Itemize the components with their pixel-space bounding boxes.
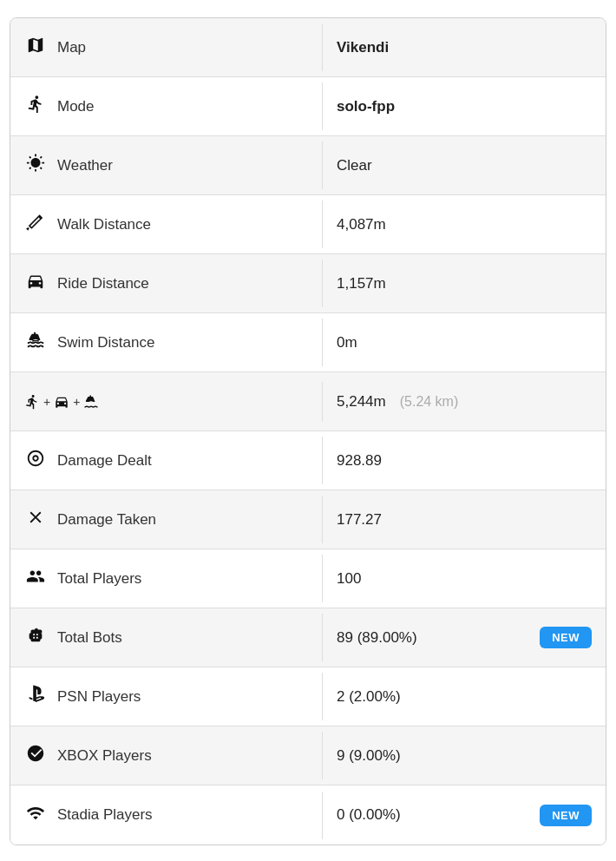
row-damage-dealt: Damage Dealt 928.89: [10, 431, 606, 490]
plus-sign-2: +: [73, 395, 80, 409]
label-total-players: Total Players: [10, 555, 323, 602]
xbox-icon: [24, 744, 47, 767]
value-total-players: 100: [323, 558, 606, 600]
label-total-players-text: Total Players: [57, 570, 141, 588]
row-swim-distance: Swim Distance 0m: [10, 313, 606, 372]
label-damage-dealt: Damage Dealt: [10, 437, 323, 484]
row-psn-players: PSN Players 2 (2.00%): [10, 667, 606, 726]
value-psn-players: 2 (2.00%): [323, 676, 606, 718]
row-walk-distance: Walk Distance 4,087m: [10, 195, 606, 254]
label-map-text: Map: [57, 39, 86, 56]
car-icon: [24, 272, 47, 295]
value-swim-distance: 0m: [323, 322, 606, 364]
label-damage-taken: Damage Taken: [10, 496, 323, 543]
map-icon: [24, 36, 47, 59]
label-swim-distance: Swim Distance: [10, 319, 323, 366]
swim-small-icon: [83, 394, 99, 410]
value-weather: Clear: [323, 145, 606, 187]
label-walk-distance-text: Walk Distance: [57, 216, 151, 233]
label-swim-distance-text: Swim Distance: [57, 334, 154, 352]
label-weather: Weather: [10, 141, 323, 189]
combined-icon: + +: [24, 394, 99, 410]
value-walk-distance: 4,087m: [323, 204, 606, 246]
new-badge-stadia: NEW: [540, 805, 592, 826]
label-damage-dealt-text: Damage Dealt: [57, 452, 152, 470]
stats-table: Map Vikendi Mode solo-fpp Weat: [10, 17, 606, 845]
row-xbox-players: XBOX Players 9 (9.00%): [10, 726, 606, 785]
label-ride-distance-text: Ride Distance: [57, 275, 149, 292]
row-stadia-players: Stadia Players 0 (0.00%) NEW: [10, 785, 606, 845]
damage-taken-icon: [24, 508, 47, 531]
row-total-players: Total Players 100: [10, 549, 606, 608]
mode-icon: [24, 95, 47, 118]
weather-icon: [24, 154, 47, 177]
row-damage-taken: Damage Taken 177.27: [10, 490, 606, 549]
label-map: Map: [10, 23, 323, 71]
row-ride-distance: Ride Distance 1,157m: [10, 254, 606, 313]
value-damage-dealt: 928.89: [323, 440, 606, 482]
label-psn-players-text: PSN Players: [57, 688, 141, 706]
row-weather: Weather Clear: [10, 136, 606, 195]
row-total-distance: + + 5,244m (5.24 km): [10, 372, 606, 431]
ruler-icon: [24, 213, 47, 236]
label-total-bots: Total Bots: [10, 614, 323, 661]
value-total-distance: 5,244m (5.24 km): [323, 381, 606, 423]
label-total-distance: + +: [10, 382, 323, 422]
label-damage-taken-text: Damage Taken: [57, 511, 156, 529]
value-map: Vikendi: [323, 27, 606, 69]
plus-sign-1: +: [43, 395, 50, 409]
label-ride-distance: Ride Distance: [10, 260, 323, 307]
label-total-bots-text: Total Bots: [57, 629, 122, 647]
label-walk-distance: Walk Distance: [10, 200, 323, 248]
value-stadia-players: 0 (0.00%) NEW: [323, 792, 606, 838]
stadia-icon: [24, 804, 47, 827]
psn-icon: [24, 685, 47, 708]
target-icon: [24, 449, 47, 472]
row-mode: Mode solo-fpp: [10, 77, 606, 136]
walk-small-icon: [24, 394, 40, 410]
label-mode-text: Mode: [57, 98, 95, 115]
value-damage-taken: 177.27: [323, 499, 606, 541]
label-weather-text: Weather: [57, 157, 113, 174]
bot-icon: [24, 626, 47, 649]
label-mode: Mode: [10, 82, 323, 130]
swim-icon: [24, 331, 47, 354]
row-total-bots: Total Bots 89 (89.00%) NEW: [10, 608, 606, 667]
row-map: Map Vikendi: [10, 18, 606, 77]
new-badge-bots: NEW: [540, 627, 592, 648]
car-small-icon: [54, 394, 69, 410]
value-total-bots: 89 (89.00%) NEW: [323, 615, 606, 661]
label-xbox-players-text: XBOX Players: [57, 747, 152, 765]
value-xbox-players: 9 (9.00%): [323, 735, 606, 777]
label-xbox-players: XBOX Players: [10, 732, 323, 779]
value-ride-distance: 1,157m: [323, 263, 606, 305]
label-psn-players: PSN Players: [10, 673, 323, 720]
label-stadia-players: Stadia Players: [10, 792, 323, 839]
value-mode: solo-fpp: [323, 86, 606, 128]
players-icon: [24, 567, 47, 590]
label-stadia-players-text: Stadia Players: [57, 806, 153, 824]
